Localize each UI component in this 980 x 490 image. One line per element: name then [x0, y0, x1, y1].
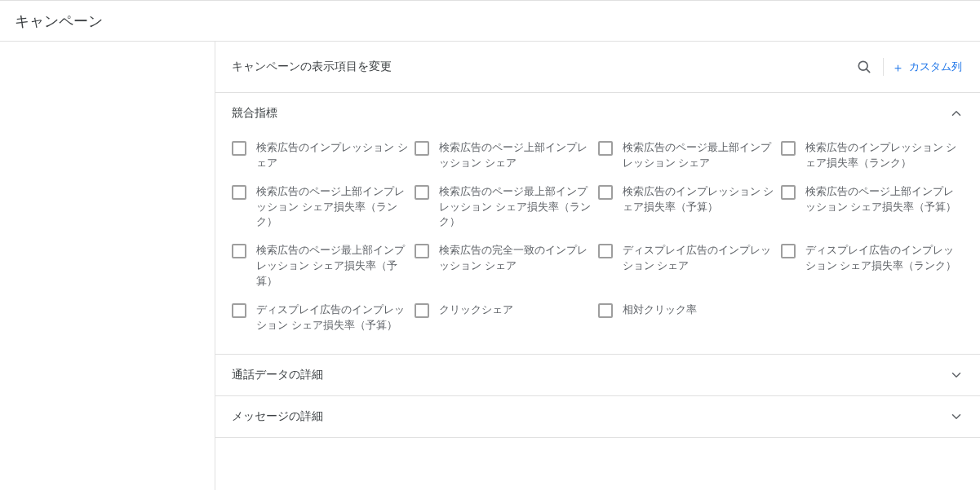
metric-label: 検索広告のインプレッション シェア [256, 140, 408, 171]
checkbox-icon [781, 141, 796, 156]
metric-checkbox-item[interactable]: 検索広告のページ上部インプレッション シェア損失率（ランク） [232, 178, 415, 237]
panel-title: キャンペーンの表示項目を変更 [232, 60, 850, 74]
main-panel: キャンペーンの表示項目を変更 ＋ カスタム列 競合指標 [215, 42, 980, 490]
custom-column-label: カスタム列 [909, 60, 962, 74]
metric-label: 検索広告のページ上部インプレッション シェア損失率（予算） [805, 184, 957, 215]
metric-label: 相対クリック率 [623, 302, 697, 318]
checkbox-icon [415, 185, 429, 200]
checkbox-icon [781, 185, 796, 200]
section-message-details-label: メッセージの詳細 [232, 409, 949, 424]
section-call-details-header[interactable]: 通話データの詳細 [215, 355, 980, 395]
section-competitive-label: 競合指標 [232, 106, 949, 121]
section-call-details-label: 通話データの詳細 [232, 368, 949, 382]
metric-checkbox-item[interactable]: 相対クリック率 [598, 296, 781, 340]
section-competitive-body: 検索広告のインプレッション シェア検索広告のページ上部インプレッション シェア検… [215, 134, 980, 354]
metric-label: 検索広告のページ最上部インプレッション シェア損失率（予算） [256, 243, 408, 289]
checkbox-icon [598, 303, 613, 318]
section-call-details: 通話データの詳細 [215, 355, 980, 396]
columns-modal-header: キャンペーンの表示項目を変更 ＋ カスタム列 [215, 42, 980, 93]
metric-checkbox-item[interactable]: 検索広告のページ最上部インプレッション シェア [598, 134, 781, 178]
chevron-down-icon [949, 409, 964, 424]
checkbox-icon [232, 303, 246, 318]
metric-checkbox-item[interactable]: 検索広告のページ上部インプレッション シェア損失率（予算） [781, 178, 964, 237]
section-competitive-header[interactable]: 競合指標 [215, 93, 980, 134]
metric-label: 検索広告のページ上部インプレッション シェア損失率（ランク） [256, 184, 408, 231]
checkbox-icon [415, 303, 429, 318]
metric-checkbox-item[interactable]: 検索広告のページ最上部インプレッション シェア損失率（予算） [232, 236, 415, 296]
metric-checkbox-item[interactable]: 検索広告の完全一致のインプレッション シェア [415, 236, 597, 296]
metric-label: 検索広告のインプレッション シェア損失率（予算） [623, 184, 774, 215]
metric-label: 検索広告のページ上部インプレッション シェア [439, 140, 591, 171]
metric-checkbox-item[interactable]: 検索広告のインプレッション シェア損失率（ランク） [781, 134, 964, 178]
metric-label: ディスプレイ広告のインプレッション シェア損失率（ランク） [805, 243, 957, 274]
metric-label: 検索広告のページ最上部インプレッション シェア [623, 140, 774, 171]
metric-checkbox-item[interactable]: ディスプレイ広告のインプレッション シェア損失率（予算） [232, 296, 415, 340]
checkbox-icon [598, 185, 613, 200]
metric-label: ディスプレイ広告のインプレッション シェア損失率（予算） [256, 302, 408, 333]
metric-checkbox-item[interactable]: クリックシェア [415, 296, 597, 340]
metric-checkbox-item[interactable]: ディスプレイ広告のインプレッション シェア [598, 236, 781, 296]
checkbox-icon [232, 244, 246, 258]
svg-line-1 [867, 69, 870, 73]
page-title: キャンペーン [15, 11, 103, 31]
metric-label: クリックシェア [439, 302, 513, 318]
search-icon [856, 59, 872, 75]
custom-column-button[interactable]: ＋ カスタム列 [890, 56, 964, 77]
metric-checkbox-item[interactable]: ディスプレイ広告のインプレッション シェア損失率（ランク） [781, 236, 964, 296]
metric-checkbox-item[interactable]: 検索広告のページ最上部インプレッション シェア損失率（ランク） [415, 178, 597, 237]
chevron-up-icon [949, 106, 964, 121]
checkbox-icon [598, 244, 613, 258]
metric-label: 検索広告のページ最上部インプレッション シェア損失率（ランク） [439, 184, 591, 231]
checkbox-icon [781, 244, 796, 258]
checkbox-icon [232, 141, 246, 156]
chevron-down-icon [949, 368, 964, 382]
checkbox-icon [415, 141, 429, 156]
checkbox-icon [232, 185, 246, 200]
section-competitive: 競合指標 検索広告のインプレッション シェア検索広告のページ上部インプレッション… [215, 93, 980, 355]
metric-checkbox-item[interactable]: 検索広告のページ上部インプレッション シェア [415, 134, 597, 178]
section-message-details-header[interactable]: メッセージの詳細 [215, 396, 980, 437]
app-header: キャンペーン [0, 1, 980, 42]
plus-icon: ＋ [892, 61, 904, 73]
metric-checkbox-item[interactable]: 検索広告のインプレッション シェア損失率（予算） [598, 178, 781, 237]
left-sidebar [0, 42, 215, 490]
search-button[interactable] [850, 53, 878, 81]
metric-label: ディスプレイ広告のインプレッション シェア [623, 243, 774, 274]
section-message-details: メッセージの詳細 [215, 396, 980, 438]
vertical-divider [883, 58, 884, 76]
checkbox-icon [598, 141, 613, 156]
metric-label: 検索広告のインプレッション シェア損失率（ランク） [805, 140, 957, 171]
metric-checkbox-item[interactable]: 検索広告のインプレッション シェア [232, 134, 415, 178]
checkbox-icon [415, 244, 429, 258]
metric-label: 検索広告の完全一致のインプレッション シェア [439, 243, 591, 274]
